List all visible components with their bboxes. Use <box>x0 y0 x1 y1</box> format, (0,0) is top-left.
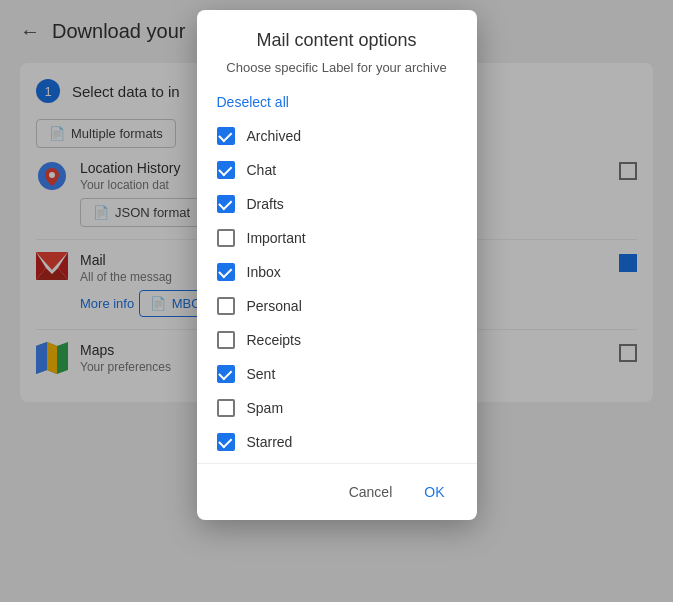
label-checkbox-receipts[interactable] <box>217 331 235 349</box>
modal-overlay: Mail content options Choose specific Lab… <box>0 0 673 602</box>
label-text-chat: Chat <box>247 162 277 178</box>
label-item: Starred <box>217 425 457 459</box>
label-text-starred: Starred <box>247 434 293 450</box>
label-checkbox-drafts[interactable] <box>217 195 235 213</box>
label-item: Sent <box>217 357 457 391</box>
modal-footer: Cancel OK <box>197 463 477 520</box>
label-checkbox-inbox[interactable] <box>217 263 235 281</box>
label-checkbox-sent[interactable] <box>217 365 235 383</box>
modal-title: Mail content options <box>217 30 457 51</box>
ok-button[interactable]: OK <box>412 476 456 508</box>
label-text-receipts: Receipts <box>247 332 301 348</box>
label-item: Personal <box>217 289 457 323</box>
deselect-all-button[interactable]: Deselect all <box>217 94 289 110</box>
label-text-archived: Archived <box>247 128 301 144</box>
label-checkbox-archived[interactable] <box>217 127 235 145</box>
label-text-sent: Sent <box>247 366 276 382</box>
label-text-inbox: Inbox <box>247 264 281 280</box>
label-checkbox-important[interactable] <box>217 229 235 247</box>
modal-header: Mail content options Choose specific Lab… <box>197 10 477 85</box>
label-item: Drafts <box>217 187 457 221</box>
label-item: Important <box>217 221 457 255</box>
labels-list: ArchivedChatDraftsImportantInboxPersonal… <box>197 115 477 463</box>
label-checkbox-starred[interactable] <box>217 433 235 451</box>
label-item: Archived <box>217 119 457 153</box>
label-checkbox-spam[interactable] <box>217 399 235 417</box>
label-text-spam: Spam <box>247 400 284 416</box>
label-item: Receipts <box>217 323 457 357</box>
label-text-personal: Personal <box>247 298 302 314</box>
cancel-button[interactable]: Cancel <box>337 476 405 508</box>
label-item: Inbox <box>217 255 457 289</box>
label-checkbox-chat[interactable] <box>217 161 235 179</box>
label-item: Chat <box>217 153 457 187</box>
label-text-drafts: Drafts <box>247 196 284 212</box>
label-item: Spam <box>217 391 457 425</box>
deselect-all-container: Deselect all <box>197 85 477 115</box>
modal-subtitle: Choose specific Label for your archive <box>217 59 457 77</box>
label-text-important: Important <box>247 230 306 246</box>
label-checkbox-personal[interactable] <box>217 297 235 315</box>
mail-content-options-modal: Mail content options Choose specific Lab… <box>197 10 477 520</box>
